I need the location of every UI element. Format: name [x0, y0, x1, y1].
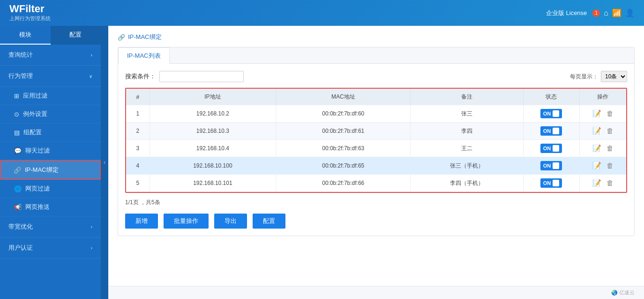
sidebar-tabs: 模块 配置 [0, 26, 101, 45]
edit-icon-1[interactable]: 📝 [592, 109, 601, 117]
main-inner: 🔗 IP-MAC绑定 IP-MAC列表 搜索条件： 每 [108, 26, 644, 286]
chat-icon: 💬 [14, 147, 22, 154]
toggle-on-3[interactable]: ON [540, 144, 562, 153]
add-button[interactable]: 新增 [125, 214, 158, 229]
cell-action: 📝 🗑 [579, 123, 626, 140]
cell-id: 3 [126, 140, 150, 157]
search-right: 每页显示： 10条 20条 50条 [570, 71, 627, 82]
config-button[interactable]: 配置 [253, 214, 285, 229]
export-button[interactable]: 导出 [214, 214, 247, 229]
sidebar-item-group-config[interactable]: ▤ 组配置 [0, 123, 101, 142]
group-icon: ▤ [14, 129, 20, 136]
table-row: 5 192.168.10.101 00:0b:2f:7b:df:66 李四（手机… [126, 175, 626, 192]
cell-id: 1 [126, 105, 150, 123]
sidebar-item-web-push[interactable]: 📢 网页推送 [0, 198, 101, 216]
toggle-on-1[interactable]: ON [540, 109, 562, 118]
notification-badge[interactable]: 1 [592, 9, 600, 17]
toggle-on-4[interactable]: ON [540, 161, 562, 170]
sidebar-tab-config[interactable]: 配置 [51, 26, 101, 45]
toggle-on-2[interactable]: ON [540, 126, 562, 136]
home-icon[interactable]: ⌂ [604, 9, 608, 17]
cell-status: ON [523, 105, 579, 123]
delete-icon-5[interactable]: 🗑 [607, 179, 614, 187]
search-input[interactable] [159, 71, 244, 82]
sidebar-item-behavior[interactable]: 行为管理 ∨ [0, 66, 101, 87]
arrow-query-stats: › [91, 53, 92, 58]
cell-id: 4 [126, 157, 150, 175]
cell-id: 5 [126, 175, 150, 192]
batch-button[interactable]: 批量操作 [164, 214, 209, 229]
delete-icon-2[interactable]: 🗑 [607, 127, 614, 135]
footer-text: 🌏 亿速云 [611, 290, 635, 295]
table-row: 3 192.168.10.4 00:0b:2f:7b:df:63 王二 ON 📝 [126, 140, 626, 157]
edit-icon-2[interactable]: 📝 [592, 127, 601, 135]
user-icon[interactable]: 👤 [625, 8, 635, 17]
sidebar-label-bandwidth: 带宽优化 [8, 222, 33, 231]
logo-subtitle: 上网行为管理系统 [9, 15, 51, 22]
sidebar-label-ip-mac: IP-MAC绑定 [25, 166, 59, 174]
cell-note: 李四 [411, 123, 523, 140]
logo: WFilter 上网行为管理系统 [9, 4, 51, 22]
cell-status: ON [523, 157, 579, 175]
cell-note: 张三（手机） [411, 157, 523, 175]
cell-ip: 192.168.10.4 [150, 140, 276, 157]
license-text: 企业版 License [546, 9, 587, 17]
sidebar-item-query-stats[interactable]: 查询统计 › [0, 45, 101, 66]
sidebar: 模块 配置 查询统计 › 行为管理 ∨ ⊞ 应用过滤 ⊙ 例外设置 ▤ 组配置 [0, 26, 101, 299]
delete-icon-4[interactable]: 🗑 [607, 161, 614, 169]
search-left: 搜索条件： [125, 71, 244, 82]
push-icon: 📢 [14, 204, 22, 211]
table-wrap: # IP地址 MAC地址 备注 状态 操作 1 [125, 88, 627, 193]
cell-note: 李四（手机） [411, 175, 523, 192]
except-icon: ⊙ [14, 111, 19, 118]
cell-mac: 00:0b:2f:7b:df:61 [276, 123, 411, 140]
table-row-highlighted: 4 192.168.10.100 00:0b:2f:7b:df:65 张三（手机… [126, 157, 626, 175]
cell-action: 📝 🗑 [579, 140, 626, 157]
sidebar-item-web-filter[interactable]: 🌐 网页过滤 [0, 180, 101, 198]
cell-mac: 00:0b:2f:7b:df:65 [276, 157, 411, 175]
sidebar-label-web-filter: 网页过滤 [25, 184, 50, 193]
ip-mac-table: # IP地址 MAC地址 备注 状态 操作 1 [126, 89, 626, 192]
sidebar-label-user-auth: 用户认证 [8, 244, 33, 252]
card-tab-ip-mac-list[interactable]: IP-MAC列表 [118, 47, 170, 64]
sidebar-item-user-auth[interactable]: 用户认证 › [0, 238, 101, 259]
sidebar-item-app-filter[interactable]: ⊞ 应用过滤 [0, 87, 101, 105]
breadcrumb: 🔗 IP-MAC绑定 [118, 33, 635, 41]
sidebar-label-exception: 例外设置 [23, 110, 47, 118]
wifi-icon[interactable]: 📶 [612, 8, 622, 17]
sidebar-label-chat-filter: 聊天过滤 [25, 146, 50, 155]
sidebar-label-web-push: 网页推送 [25, 203, 50, 211]
table-row: 2 192.168.10.3 00:0b:2f:7b:df:61 李四 ON 📝 [126, 123, 626, 140]
cell-status: ON [523, 140, 579, 157]
link-icon: 🔗 [118, 34, 125, 41]
cell-id: 2 [126, 123, 150, 140]
sidebar-item-bandwidth[interactable]: 带宽优化 › [0, 216, 101, 238]
arrow-bandwidth: › [91, 224, 92, 230]
cell-mac: 00:0b:2f:7b:df:66 [276, 175, 411, 192]
footer: 🌏 亿速云 [108, 286, 644, 299]
header: WFilter 上网行为管理系统 企业版 License 1 ⌂ 📶 👤 [0, 0, 644, 26]
sidebar-item-chat-filter[interactable]: 💬 聊天过滤 [0, 142, 101, 160]
sidebar-item-exception[interactable]: ⊙ 例外设置 [0, 105, 101, 123]
pagination: 1/1页 ，共5条 [125, 199, 627, 207]
col-id: # [126, 89, 150, 105]
cell-ip: 192.168.10.101 [150, 175, 276, 192]
sidebar-tab-module[interactable]: 模块 [0, 26, 51, 45]
sidebar-item-ip-mac[interactable]: 🔗 IP-MAC绑定 [0, 160, 101, 180]
table-body: 1 192.168.10.2 00:0b:2f:7b:df:60 张三 ON 📝 [126, 105, 626, 192]
cell-status: ON [523, 175, 579, 192]
sidebar-label-behavior: 行为管理 [8, 72, 33, 80]
toggle-on-5[interactable]: ON [540, 178, 562, 188]
col-ip: IP地址 [150, 89, 276, 105]
edit-icon-3[interactable]: 📝 [592, 144, 601, 152]
main-content: 🔗 IP-MAC绑定 IP-MAC列表 搜索条件： 每 [108, 26, 644, 299]
edit-icon-5[interactable]: 📝 [592, 179, 601, 187]
per-page-select[interactable]: 10条 20条 50条 [601, 71, 627, 82]
card: IP-MAC列表 搜索条件： 每页显示： 10条 20条 [118, 47, 635, 236]
edit-icon-4[interactable]: 📝 [592, 161, 601, 169]
delete-icon-1[interactable]: 🗑 [607, 109, 614, 117]
logo-title: WFilter [9, 4, 51, 14]
delete-icon-3[interactable]: 🗑 [607, 144, 614, 152]
sidebar-collapse-btn[interactable]: ‹ [101, 26, 108, 299]
cell-ip: 192.168.10.2 [150, 105, 276, 123]
